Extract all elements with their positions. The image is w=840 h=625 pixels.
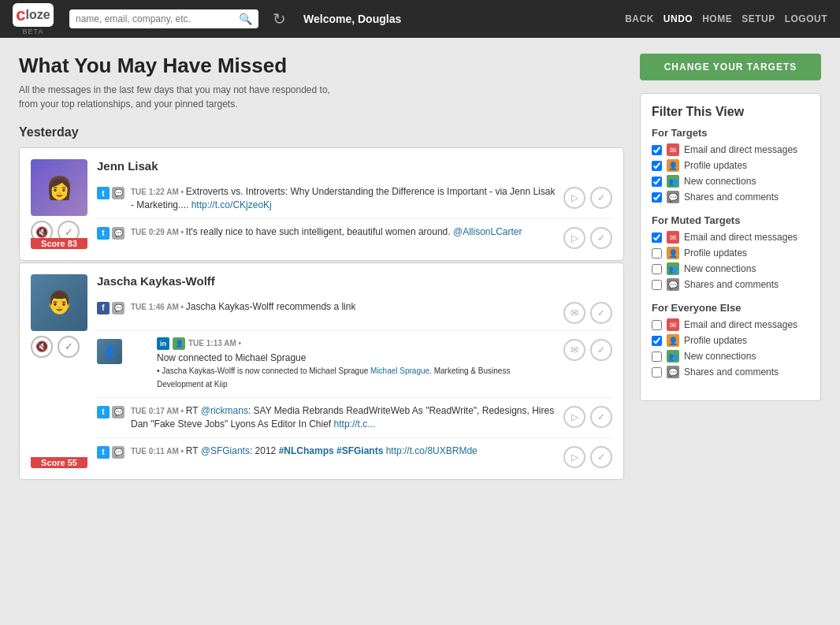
filter-everyone-label: For Everyone Else: [652, 302, 809, 314]
navbar: cloze BETA 🔍 ↻ Welcome, Douglas BACK UND…: [0, 0, 840, 38]
forward-btn-rt2[interactable]: ▷: [563, 446, 585, 468]
shares-icon-targets: 💬: [667, 191, 679, 203]
check-btn-li[interactable]: ✓: [590, 339, 612, 361]
person-actions-jascha: 🔇 ✓: [31, 336, 87, 358]
checkbox-connections-muted[interactable]: [652, 264, 662, 274]
chat-icon-rt1: 💬: [112, 406, 125, 419]
score-badge-jenn: Score 83: [31, 238, 87, 249]
check-btn-rt2[interactable]: ✓: [590, 446, 612, 468]
checkbox-profile-everyone[interactable]: [652, 336, 662, 346]
checkbox-email-muted[interactable]: [652, 233, 662, 243]
chat-icon-1: 💬: [112, 187, 125, 199]
checkbox-shares-muted[interactable]: [652, 280, 662, 290]
logout-link[interactable]: LOGOUT: [785, 13, 827, 24]
forward-btn-1[interactable]: ▷: [563, 187, 585, 209]
message-jascha-rt1: t 💬 TUE 0:17 AM • RT @rickmans: SAY Medi…: [97, 404, 612, 438]
connections-icon-everyone: 👥: [667, 350, 679, 363]
change-targets-button[interactable]: CHANGE YOUR TARGETS: [640, 54, 821, 80]
avatar-wrap-jenn: 👩 Score 83 🔇 ✓: [31, 159, 87, 249]
msg-meta-li: TUE 1:13 AM •: [188, 339, 241, 348]
nlchamps-hashtag[interactable]: #NLChamps: [279, 445, 334, 456]
rickmans-handle[interactable]: @rickmans: [201, 405, 248, 416]
checkbox-connections-targets[interactable]: [652, 177, 662, 187]
profile-icon-muted: 👤: [667, 247, 679, 259]
logo[interactable]: cloze: [13, 3, 54, 27]
profile-icon-everyone: 👤: [667, 334, 679, 347]
msg-link-1[interactable]: http://t.co/CKjzeoKj: [191, 199, 272, 210]
search-input[interactable]: [76, 13, 234, 24]
undo-link[interactable]: UNDO: [663, 13, 693, 24]
checkbox-connections-everyone[interactable]: [652, 352, 662, 362]
michael-sprague-photo: 👤: [97, 339, 122, 364]
person-card-jenn: 👩 Score 83 🔇 ✓ Jenn Lisak t 💬: [19, 147, 624, 261]
filter-row-email-muted: ✉ Email and direct messages: [652, 231, 809, 244]
check-btn-2[interactable]: ✓: [590, 227, 612, 249]
person-name-jenn[interactable]: Jenn Lisak: [97, 159, 612, 173]
msg-text-1: Extroverts vs. Introverts: Why Understan…: [131, 186, 555, 210]
filter-label-shares-everyone: Shares and comments: [684, 366, 779, 378]
sfgiants-hashtag[interactable]: #SFGiants: [336, 445, 383, 456]
search-icon[interactable]: 🔍: [239, 13, 252, 25]
setup-link[interactable]: SETUP: [742, 13, 775, 24]
msg-actions-li: ✉ ✓: [563, 339, 612, 361]
page-title: What You May Have Missed: [19, 54, 624, 78]
checkbox-email-targets[interactable]: [652, 145, 662, 155]
twitter-icon-rt2: t: [97, 446, 110, 459]
rt2-link[interactable]: http://t.co/8UXBRMde: [386, 445, 478, 456]
messages-jascha: Jascha Kaykas-Wolff f 💬 TUE 1:46 AM • Ja…: [97, 274, 612, 468]
filter-label-connections-muted: New connections: [684, 263, 756, 274]
logo-c-icon: c: [16, 5, 25, 25]
message-jascha-rt2: t 💬 TUE 0:11 AM • RT @SFGiants: 2012 #NL…: [97, 445, 612, 468]
person-row-jascha: 👨 Score 55 🔇 ✓ Jascha Kaykas-Wolff f 💬: [31, 274, 612, 468]
message-jascha-fb: f 💬 TUE 1:46 AM • Jascha Kaykas-Wolff re…: [97, 300, 612, 331]
twitter-icon-rt1: t: [97, 406, 110, 419]
msg-text-fb: Jascha Kaykas-Wolff recommends a link: [186, 301, 356, 312]
check-btn-rt1[interactable]: ✓: [590, 406, 612, 428]
msg-text-rt1: RT @rickmans: SAY Media Rebrands ReadWri…: [131, 405, 554, 430]
filter-title: Filter This View: [652, 105, 809, 119]
forward-btn-2[interactable]: ▷: [563, 227, 585, 249]
msg-icons-fb: f 💬: [97, 302, 125, 314]
mute-button-jascha[interactable]: 🔇: [31, 336, 53, 358]
email-btn-fb[interactable]: ✉: [563, 302, 585, 324]
filter-muted-label: For Muted Targets: [652, 214, 809, 226]
yesterday-header: Yesterday: [19, 125, 624, 140]
checkbox-profile-muted[interactable]: [652, 248, 662, 259]
msg-icons-li: 👤: [97, 339, 122, 364]
email-btn-li[interactable]: ✉: [563, 339, 585, 361]
chat-icon-fb: 💬: [112, 302, 125, 314]
chat-icon-2: 💬: [112, 227, 125, 240]
refresh-icon[interactable]: ↻: [273, 9, 286, 28]
email-icon-muted: ✉: [667, 231, 679, 244]
filter-row-email-targets: ✉ Email and direct messages: [652, 143, 809, 156]
message-jascha-li: 👤 in 👤 TUE 1:13 AM • Now connected to Mi…: [97, 337, 612, 398]
sfgiants-handle[interactable]: @SFGiants: [201, 445, 250, 456]
avatar-jenn-icon: 👩: [46, 175, 73, 201]
handle-allison[interactable]: @AllisonLCarter: [453, 226, 522, 237]
home-link[interactable]: HOME: [702, 13, 732, 24]
filter-section-muted: For Muted Targets ✉ Email and direct mes…: [652, 214, 809, 291]
check-btn-fb[interactable]: ✓: [590, 302, 612, 324]
rt1-link[interactable]: http://t.c...: [334, 419, 376, 430]
avatar-wrap-jascha: 👨 Score 55 🔇 ✓: [31, 274, 87, 468]
check-btn-1[interactable]: ✓: [590, 187, 612, 209]
score-badge-jascha: Score 55: [31, 457, 87, 468]
logo-text: loze: [26, 8, 50, 22]
checkbox-shares-targets[interactable]: [652, 192, 662, 203]
msg-icons-rt1: t 💬: [97, 406, 125, 419]
person-card-jascha: 👨 Score 55 🔇 ✓ Jascha Kaykas-Wolff f 💬: [19, 262, 624, 480]
person-name-jascha[interactable]: Jascha Kaykas-Wolff: [97, 274, 612, 288]
shares-icon-everyone: 💬: [667, 366, 679, 378]
done-button-jascha[interactable]: ✓: [58, 336, 80, 358]
back-link[interactable]: BACK: [625, 13, 654, 24]
michael-sprague-link[interactable]: Michael Sprague: [370, 366, 429, 375]
msg-actions-fb: ✉ ✓: [563, 302, 612, 324]
filter-row-email-everyone: ✉ Email and direct messages: [652, 318, 809, 331]
twitter-icon-1: t: [97, 187, 110, 199]
person-row-jenn: 👩 Score 83 🔇 ✓ Jenn Lisak t 💬: [31, 159, 612, 249]
checkbox-profile-targets[interactable]: [652, 161, 662, 171]
forward-btn-rt1[interactable]: ▷: [563, 406, 585, 428]
msg-actions-1: ▷ ✓: [563, 187, 612, 209]
checkbox-shares-everyone[interactable]: [652, 367, 662, 378]
checkbox-email-everyone[interactable]: [652, 320, 662, 330]
